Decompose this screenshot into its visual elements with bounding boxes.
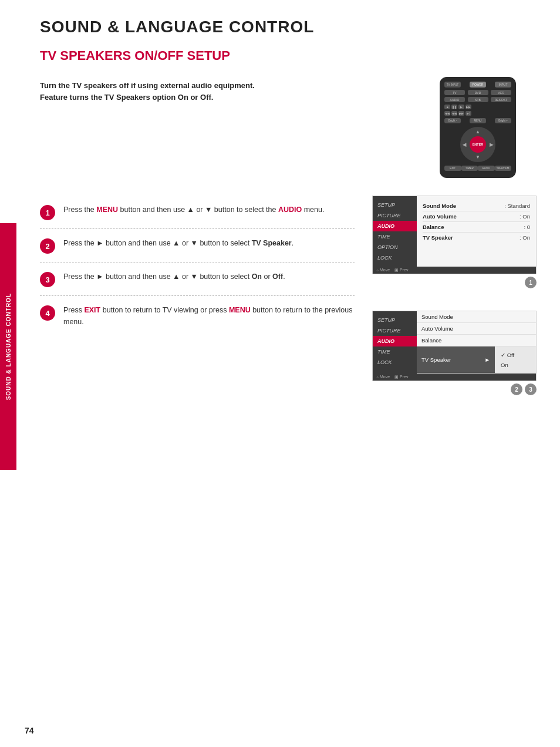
dvd-btn: DVD [468, 90, 488, 95]
menu-setup-1: SETUP [373, 200, 417, 210]
badge-3: 3 [525, 383, 537, 395]
fwd-btn: ▶▶ [458, 111, 464, 116]
step-1: 1 Press the MENU button and then use ▲ o… [40, 196, 355, 229]
enter-label: ENTER [473, 143, 484, 146]
step-2: 2 Press the ► button and then use ▲ or ▼… [40, 229, 355, 263]
top-area: Turn the TV speakers off if using extern… [40, 74, 537, 178]
next-btn: ▶▶ [465, 105, 471, 109]
menu-lock-1: LOCK [373, 253, 417, 263]
description: Turn the TV speakers off if using extern… [40, 74, 255, 178]
tv-input-btn: TV INPUT [444, 82, 461, 88]
tv-speaker-label: TV Speaker [423, 234, 453, 241]
menu-footer-2: ⬦ Move ▣ Prev [373, 374, 536, 381]
menu-btn: MENU [470, 118, 486, 123]
nav-down-arrow: ▼ [475, 154, 480, 160]
step-3-on-keyword: On [252, 272, 262, 281]
step-1-menu-keyword: MENU [96, 206, 118, 214]
audio-btn: AUDIO [444, 97, 465, 102]
step-1-number: 1 [40, 205, 55, 220]
badge-1: 1 [525, 277, 537, 288]
ratio-btn: RATIO [478, 166, 495, 171]
desc-line2: Feature turns the TV Speakers option On … [40, 93, 213, 102]
menu-time-1: TIME [373, 231, 417, 242]
menu-right-1: Sound Mode : Standard Auto Volume : On B… [417, 196, 536, 267]
section-title: TV SPEAKERS ON/OFF SETUP [40, 48, 537, 63]
step-3-text: Press the ► button and then use ▲ or ▼ b… [63, 271, 285, 282]
menu-footer-1: ⬦ Move ▣ Prev [373, 267, 536, 274]
menu-row2-auto-volume: Auto Volume [417, 323, 536, 335]
menu-row2-tv-speaker-row: TV Speaker ► Off On [417, 346, 536, 374]
tv-speaker-value: : On [519, 234, 530, 241]
bright-minus-btn: Bright - [444, 118, 461, 123]
screenshots-column: SETUP PICTURE AUDIO TIME OPTION LOCK Sou… [366, 196, 537, 406]
tv-speaker-arrow: ► [485, 356, 490, 363]
power-btn: POWER [470, 82, 486, 88]
auto-volume-value: : On [519, 213, 530, 220]
menu-row-balance: Balance : 0 [423, 222, 530, 233]
step-3-number: 3 [40, 272, 55, 287]
screenshot-2-wrapper: SETUP PICTURE AUDIO TIME LOCK Sound Mode… [372, 311, 537, 395]
stb-btn: STB [468, 97, 488, 102]
sub-menu-on: On [501, 360, 530, 370]
menu-picture-1: PICTURE [373, 210, 417, 221]
menu-setup-2: SETUP [373, 315, 417, 325]
timer-btn: TIMER [461, 166, 478, 171]
remote-wrapper: TV INPUT POWER INPUT TV DVD VCR AUDIO ST… [419, 74, 537, 178]
page-number: 74 [25, 726, 34, 735]
main-content: SOUND & LANGUAGE CONTROL TV SPEAKERS ON/… [16, 0, 560, 429]
screenshot-1-wrapper: SETUP PICTURE AUDIO TIME OPTION LOCK Sou… [372, 196, 537, 288]
bright-plus-btn: Bright + [495, 118, 511, 123]
pause-btn: ❚❚ [451, 105, 457, 109]
tv-speaker-label-2: TV Speaker [421, 356, 451, 363]
desc-line1: Turn the TV speakers off if using extern… [40, 81, 255, 90]
balance-label: Balance [423, 224, 444, 230]
snap-btn: SNAP/SIM [495, 166, 512, 171]
step-4-menu-keyword: MENU [229, 306, 251, 314]
menu-row-auto-volume: Auto Volume : On [423, 211, 530, 222]
steps-column: 1 Press the MENU button and then use ▲ o… [40, 196, 355, 406]
menu-row-tv-speaker: TV Speaker : On [423, 233, 530, 243]
res-btn: RES/RST [491, 97, 511, 102]
menu-row-sound-mode: Sound Mode : Standard [423, 201, 530, 211]
input-btn: INPUT [495, 82, 511, 88]
step-2-number: 2 [40, 238, 55, 254]
sound-mode-label: Sound Mode [423, 203, 456, 209]
step-3: 3 Press the ► button and then use ▲ or ▼… [40, 263, 355, 296]
step-4-number: 4 [40, 305, 55, 321]
page-title: SOUND & LANGUAGE CONTROL [40, 18, 537, 36]
footer-move-1: ⬦ Move [376, 268, 390, 272]
menu-audio-1: AUDIO [373, 221, 417, 231]
vcr-btn: VCR [491, 90, 511, 95]
step-3-off-keyword: Off [272, 272, 283, 281]
footer-prev-2: ▣ Prev [394, 375, 408, 379]
badge-2: 2 [511, 383, 522, 395]
step-2-tvspeaker-keyword: TV Speaker [252, 239, 292, 247]
footer-move-2: ⬦ Move [376, 375, 390, 379]
step-1-audio-keyword: AUDIO [278, 206, 302, 214]
menu-lock-2: LOCK [373, 357, 417, 368]
skip-btn: ▶| [465, 111, 471, 116]
step-4-exit-keyword: EXIT [84, 306, 100, 314]
step-1-text: Press the MENU button and then use ▲ or … [63, 204, 324, 216]
footer-prev-1: ▣ Prev [394, 268, 408, 272]
nav-left-arrow: ◀ [463, 142, 466, 147]
menu-row2-sound-mode: Sound Mode [417, 311, 536, 323]
prev-btn: ◀◀ [444, 111, 450, 116]
step-2-text: Press the ► button and then use ▲ or ▼ b… [63, 237, 294, 249]
steps-area: 1 Press the MENU button and then use ▲ o… [40, 196, 537, 406]
sub-menu-panel: Off On [495, 346, 536, 374]
remote-control: TV INPUT POWER INPUT TV DVD VCR AUDIO ST… [440, 77, 516, 178]
play-btn: ▶ [458, 105, 464, 109]
stop-btn: ■ [444, 105, 450, 109]
menu-picture-2: PICTURE [373, 325, 417, 336]
step-4: 4 Press EXIT button to return to TV view… [40, 296, 355, 336]
side-tab-text: SOUND & LANGUAGE CONTROL [5, 293, 12, 400]
menu-left-2: SETUP PICTURE AUDIO TIME LOCK [373, 311, 417, 374]
auto-volume-label: Auto Volume [423, 213, 457, 220]
menu-audio-2: AUDIO [373, 336, 417, 346]
sound-mode-value: : Standard [504, 203, 530, 209]
menu-left-1: SETUP PICTURE AUDIO TIME OPTION LOCK [373, 196, 417, 267]
nav-circle: ▲ ▼ ◀ ▶ ENTER [460, 127, 495, 162]
sub-menu-off: Off [501, 350, 530, 360]
menu-option-1: OPTION [373, 242, 417, 253]
